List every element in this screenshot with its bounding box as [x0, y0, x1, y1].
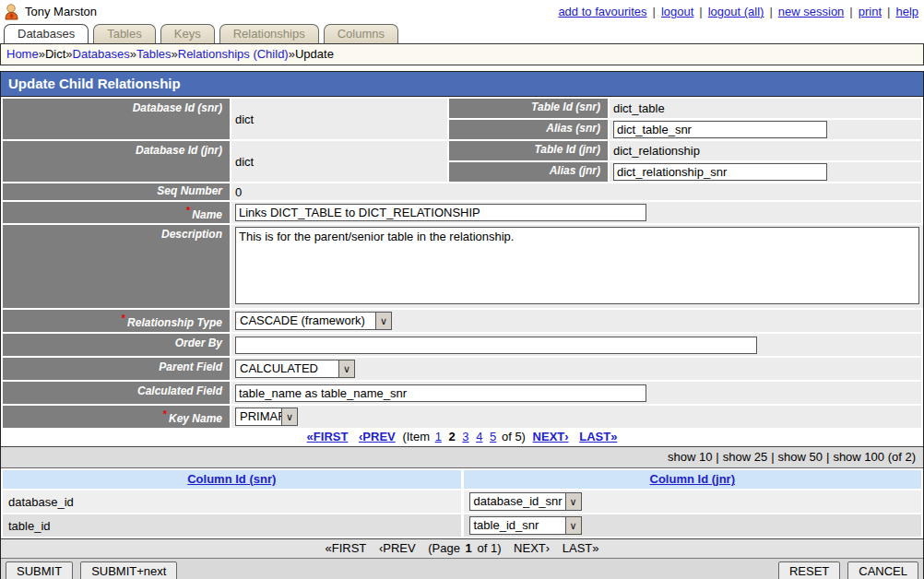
column-id-snr-sort-link[interactable]: Column Id (snr) [187, 472, 276, 486]
value-seq-number: 0 [231, 183, 921, 200]
top-bar: Tony Marston add to favourites | logout … [0, 0, 924, 22]
cell-snr-table-id: table_id [3, 514, 461, 537]
table-row: database_id database_id_snr ∨ [3, 490, 921, 513]
required-asterisk: * [163, 408, 167, 419]
item-page-1-link[interactable]: 1 [435, 430, 442, 443]
database-id-jnr-select[interactable]: database_id_snr ∨ [469, 492, 582, 511]
label-description: Description [3, 225, 230, 308]
label-order-by: Order By [3, 334, 230, 356]
submit-button[interactable]: SUBMIT [6, 561, 73, 579]
chevron-down-icon: ∨ [375, 313, 391, 329]
show-100-link[interactable]: show 100 [833, 450, 884, 464]
column-header-snr: Column Id (snr) [3, 470, 461, 489]
relationship-type-select[interactable]: CASCADE (framework) ∨ [235, 312, 392, 330]
form-row-database-id-jnr: Database Id (jnr) dict Table Id (jnr) di… [3, 141, 921, 182]
alias-jnr-input[interactable] [613, 163, 827, 181]
tab-tables[interactable]: Tables [93, 24, 156, 43]
page-next: NEXT› [514, 541, 550, 555]
form-row-database-id-snr: Database Id (snr) dict Table Id (snr) di… [3, 99, 921, 139]
tab-columns[interactable]: Columns [324, 24, 398, 43]
show-count: (of 2) [888, 450, 916, 464]
breadcrumb-update: Update [295, 47, 334, 61]
breadcrumb-home[interactable]: Home [6, 47, 39, 61]
item-current: 2 [449, 430, 456, 443]
label-alias-snr: Alias (snr) [449, 120, 608, 139]
top-links: add to favourites | logout | logout (all… [558, 5, 920, 18]
reset-button[interactable]: RESET [778, 561, 840, 579]
label-database-id-snr: Database Id (snr) [3, 99, 230, 139]
label-seq-number: Seq Number [3, 183, 230, 200]
link-logout-all[interactable]: logout (all) [708, 5, 764, 18]
show-10-link[interactable]: show 10 [668, 450, 712, 464]
tab-relationships[interactable]: Relationships [219, 24, 319, 43]
item-page-5-link[interactable]: 5 [490, 430, 496, 443]
columns-table: Column Id (snr) Column Id (jnr) database… [1, 468, 923, 538]
item-pagination: «FIRST ‹PREV (Item 1 2 3 4 5 of 5) NEXT›… [1, 428, 923, 447]
name-input[interactable] [235, 204, 646, 221]
chevron-down-icon: ∨ [565, 493, 581, 510]
column-id-jnr-sort-link[interactable]: Column Id (jnr) [650, 472, 735, 486]
calculated-field-input[interactable] [235, 384, 646, 402]
value-table-id-snr: dict_table [610, 99, 921, 118]
form-row-table-id-snr: Table Id (snr) dict_table [449, 99, 921, 118]
order-by-input[interactable] [235, 337, 757, 354]
show-25-link[interactable]: show 25 [723, 450, 767, 464]
cell-snr-database-id: database_id [3, 490, 461, 513]
item-next-link[interactable]: NEXT› [533, 430, 569, 443]
breadcrumb-databases[interactable]: Databases [73, 47, 130, 61]
show-separator: | [716, 450, 718, 464]
show-row: show 10|show 25|show 50|show 100 (of 2) [1, 447, 923, 468]
form-row-calculated-field: Calculated Field [3, 382, 921, 404]
page-title: Update Child Relationship [1, 72, 923, 97]
description-textarea[interactable]: This is for the parent/senior table in t… [235, 227, 919, 304]
link-new-session[interactable]: new session [778, 5, 845, 18]
submit-next-button[interactable]: SUBMIT+next [80, 561, 177, 579]
label-relationship-type: *Relationship Type [3, 310, 230, 332]
tab-databases[interactable]: Databases [4, 24, 89, 43]
item-suffix: of 5) [502, 430, 526, 443]
key-name-select[interactable]: PRIMARY ∨ [235, 408, 298, 426]
breadcrumb-separator: » [172, 47, 178, 61]
label-table-id-jnr: Table Id (jnr) [449, 141, 608, 160]
form-row-alias-snr: Alias (snr) [449, 120, 921, 139]
breadcrumb-separator: » [130, 47, 136, 61]
item-page-4-link[interactable]: 4 [476, 430, 482, 443]
page-prev: ‹PREV [379, 541, 416, 555]
page-last: LAST» [563, 541, 599, 555]
link-print[interactable]: print [859, 5, 882, 18]
breadcrumb-relationships-child[interactable]: Relationships (Child) [178, 47, 289, 61]
chevron-down-icon: ∨ [281, 408, 297, 425]
item-page-3-link[interactable]: 3 [462, 430, 468, 443]
cancel-button[interactable]: CANCEL [847, 561, 918, 579]
user-icon [4, 4, 19, 20]
breadcrumb-dict: Dict [45, 47, 65, 61]
label-parent-field: Parent Field [3, 358, 230, 380]
label-table-id-snr: Table Id (snr) [449, 99, 608, 118]
link-add-to-favourites[interactable]: add to favourites [558, 5, 646, 18]
chevron-down-icon: ∨ [565, 517, 581, 534]
show-50-link[interactable]: show 50 [778, 450, 823, 464]
parent-field-select[interactable]: CALCULATED ∨ [235, 360, 355, 378]
label-key-name: *Key Name [3, 406, 230, 428]
item-prev-link[interactable]: ‹PREV [359, 430, 396, 443]
form-row-key-name: *Key Name PRIMARY ∨ [3, 406, 921, 428]
item-first-link[interactable]: «FIRST [307, 430, 349, 443]
form-row-relationship-type: *Relationship Type CASCADE (framework) ∨ [3, 310, 921, 332]
chevron-down-icon: ∨ [338, 360, 354, 377]
link-logout[interactable]: logout [661, 5, 693, 18]
user-name: Tony Marston [25, 5, 97, 18]
main-panel: Update Child Relationship Database Id (s… [0, 71, 924, 579]
breadcrumb-separator: » [289, 47, 295, 61]
link-help[interactable]: help [895, 5, 918, 18]
tab-keys[interactable]: Keys [160, 24, 215, 43]
required-asterisk: * [122, 313, 125, 324]
breadcrumb-tables[interactable]: Tables [136, 47, 172, 61]
page-first: «FIRST [326, 541, 367, 555]
table-id-jnr-select[interactable]: table_id_snr ∨ [469, 516, 582, 535]
page-prefix: (Page [428, 541, 460, 555]
button-row: SUBMIT SUBMIT+next RESET CANCEL [1, 558, 923, 579]
link-separator: | [849, 5, 852, 18]
alias-snr-input[interactable] [613, 121, 827, 138]
form-row-description: Description This is for the parent/senio… [3, 225, 921, 308]
item-last-link[interactable]: LAST» [579, 430, 617, 443]
